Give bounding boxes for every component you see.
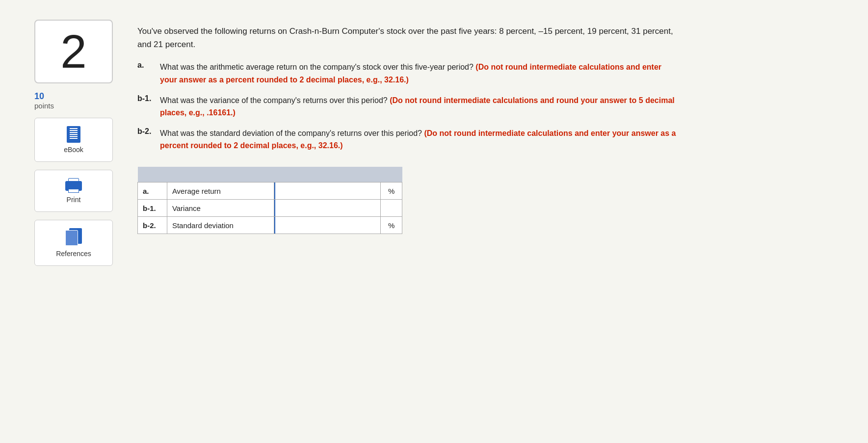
row-b2-unit: %: [381, 217, 402, 234]
references-icon: [65, 228, 82, 247]
sidebar: 2 10 points eBook Print Referen: [29, 20, 118, 266]
answer-table-wrapper: a. Average return % b-1. Variance: [137, 167, 402, 235]
part-b1-normal: What was the variance of the company's r…: [160, 96, 388, 104]
row-a-input[interactable]: [274, 182, 381, 199]
row-b1-label: b-1.: [138, 200, 167, 217]
answer-table: a. Average return % b-1. Variance: [137, 167, 402, 235]
points-text: points: [34, 102, 54, 110]
parts-list: a. What was the arithmetic average retur…: [137, 61, 677, 152]
part-b1: b-1. What was the variance of the compan…: [137, 94, 677, 119]
row-a-unit: %: [381, 182, 402, 200]
row-b1-input[interactable]: [274, 200, 381, 216]
row-b1-input-cell[interactable]: [274, 200, 381, 217]
print-button[interactable]: Print: [34, 170, 113, 212]
main-content: You've observed the following returns on…: [137, 20, 839, 266]
table-row: a. Average return %: [138, 182, 402, 200]
part-b1-text: What was the variance of the company's r…: [160, 94, 677, 119]
part-a-text: What was the arithmetic average return o…: [160, 61, 677, 86]
print-icon: [65, 178, 82, 193]
row-b1-unit: [381, 200, 402, 217]
part-b2-normal: What was the standard deviation of the c…: [160, 129, 422, 137]
part-a-label: a.: [137, 61, 155, 86]
table-header-cell: [138, 167, 402, 182]
part-b2-text: What was the standard deviation of the c…: [160, 127, 677, 152]
row-b1-desc: Variance: [167, 200, 274, 217]
references-label: References: [56, 250, 91, 258]
row-a-desc: Average return: [167, 182, 274, 200]
references-button[interactable]: References: [34, 220, 113, 266]
ebook-icon: [67, 126, 80, 143]
table-row: b-1. Variance: [138, 200, 402, 217]
row-b2-label: b-2.: [138, 217, 167, 234]
ebook-label: eBook: [64, 146, 83, 154]
question-number-box: 2: [34, 20, 113, 83]
print-label: Print: [67, 196, 81, 204]
part-a: a. What was the arithmetic average retur…: [137, 61, 677, 86]
part-b2: b-2. What was the standard deviation of …: [137, 127, 677, 152]
row-b2-input-cell[interactable]: [274, 217, 381, 234]
table-row: b-2. Standard deviation %: [138, 217, 402, 234]
points-value: 10: [34, 91, 44, 102]
question-intro: You've observed the following returns on…: [137, 25, 677, 51]
ebook-button[interactable]: eBook: [34, 118, 113, 162]
points-label: 10 points: [34, 91, 113, 110]
row-a-label: a.: [138, 182, 167, 200]
question-number: 2: [60, 28, 86, 75]
part-b1-label: b-1.: [137, 94, 155, 119]
row-a-input-cell[interactable]: [274, 182, 381, 200]
row-b2-input[interactable]: [274, 217, 381, 234]
row-b2-desc: Standard deviation: [167, 217, 274, 234]
part-b2-label: b-2.: [137, 127, 155, 152]
table-header-row: [138, 167, 402, 182]
part-a-normal: What was the arithmetic average return o…: [160, 63, 473, 71]
